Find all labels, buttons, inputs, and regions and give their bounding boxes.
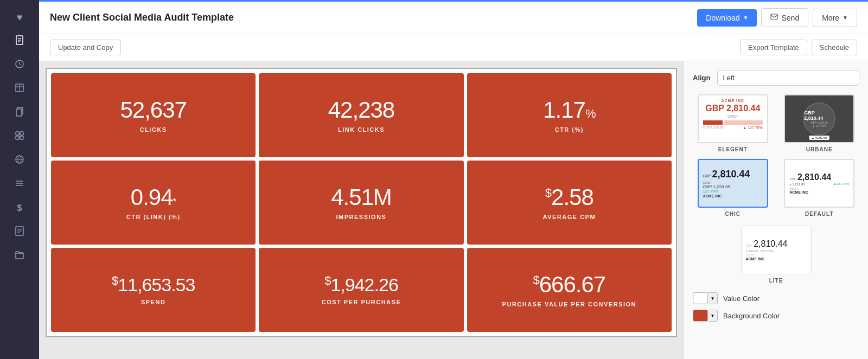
chic-currency: GBP — [703, 174, 711, 178]
right-panel: Align Left Center Right ACME INC GBP 2,8… — [684, 61, 868, 359]
chic-value: 2,810.44 — [712, 169, 750, 180]
doc-icon — [14, 226, 25, 239]
sidebar: ♥ — [0, 0, 39, 359]
page-title: New Client Social Media Audit Template — [50, 12, 234, 23]
send-button[interactable]: Send — [761, 8, 808, 27]
elegent-value: GBP 2,810.44 — [703, 104, 763, 113]
theme-name-elegent: ELEGENT — [718, 146, 748, 152]
metric-card-spend[interactable]: $11,653.53 SPEND — [51, 248, 256, 332]
canvas-area[interactable]: 52,637 CLICKS 42,238 LINK CLICKS 1.17% C… — [39, 61, 684, 359]
urbane-badge: ▲ ACME Inc — [809, 136, 829, 140]
elegent-pct: ▲ 127.76% — [743, 126, 763, 130]
value-color-dropdown[interactable]: ▼ — [708, 292, 718, 304]
metric-label-ctr: CTR (%) — [555, 126, 584, 133]
metric-label-purchase-value: PURCHASE VALUE PER CONVERSION — [502, 301, 636, 307]
sidebar-item-dollar[interactable]: $ — [9, 197, 30, 219]
theme-thumbnail-lite: GBP 2,810.44 1,233.95 127.76% COST ACME … — [741, 226, 812, 274]
sidebar-item-folder[interactable] — [9, 245, 30, 267]
metric-label-link-clicks: LINK CLICKS — [338, 126, 385, 133]
lite-value: 2,810.44 — [754, 239, 787, 249]
theme-urbane[interactable]: GBP 2,810.44 GBP 1,233.95 ▲ 12.776% ▲ AC… — [780, 94, 860, 152]
more-button[interactable]: More ▼ — [813, 9, 857, 27]
list-icon — [14, 178, 25, 191]
default-pct: ▲127.76% — [833, 182, 850, 186]
align-row: Align Left Center Right — [693, 70, 859, 86]
theme-elegent[interactable]: ACME INC GBP 2,810.44 COST GBP 1,233.95 … — [693, 94, 773, 152]
heart-icon: ♥ — [17, 12, 23, 23]
themes-single: GBP 2,810.44 1,233.95 127.76% COST ACME … — [693, 226, 859, 284]
background-color-dropdown[interactable]: ▼ — [708, 310, 718, 322]
metric-card-avg-cpm[interactable]: $2.58 AVERAGE CPM — [467, 161, 672, 245]
theme-name-default: DEFAULT — [805, 211, 833, 217]
theme-default[interactable]: GBP 2,810.44 ↙1,233.95 ▲127.76% COST ACM… — [780, 159, 860, 217]
schedule-label: Schedule — [820, 43, 849, 52]
elegent-bar — [703, 120, 763, 125]
metrics-grid: 52,637 CLICKS 42,238 LINK CLICKS 1.17% C… — [51, 73, 672, 332]
more-label: More — [822, 14, 839, 22]
theme-chic[interactable]: GBP 2,810.44 COST GBP 1,233.95 127.76% A… — [693, 159, 773, 217]
sidebar-item-doc[interactable] — [9, 221, 30, 243]
metric-card-ctr[interactable]: 1.17% CTR (%) — [467, 73, 672, 157]
svg-rect-14 — [16, 136, 19, 139]
background-color-swatch[interactable] — [693, 310, 708, 322]
update-copy-button[interactable]: Update and Copy — [50, 40, 121, 55]
dollar-icon: $ — [17, 203, 22, 213]
sidebar-item-file[interactable] — [9, 30, 30, 52]
file-new-icon — [14, 35, 25, 48]
export-template-button[interactable]: Export Template — [740, 40, 807, 55]
lite-sub2: 127.76% — [761, 249, 774, 253]
svg-line-6 — [20, 64, 21, 65]
default-sub1: ↙1,233.95 — [789, 182, 805, 186]
svg-rect-13 — [20, 132, 23, 135]
chic-sub1: GBP 1,233.95 — [703, 184, 763, 189]
sidebar-item-grid[interactable] — [9, 126, 30, 148]
theme-thumbnail-default: GBP 2,810.44 ↙1,233.95 ▲127.76% COST ACM… — [784, 159, 854, 208]
urbane-value: GBP 2,810.44 — [804, 110, 834, 121]
theme-lite[interactable]: GBP 2,810.44 1,233.95 127.76% COST ACME … — [741, 226, 812, 284]
lite-company: ACME INC — [746, 257, 807, 261]
chic-pct: 127.76% — [703, 189, 718, 193]
align-select[interactable]: Left Center Right — [717, 70, 860, 86]
background-color-label: Background Color — [723, 312, 780, 320]
theme-name-urbane: URBANE — [806, 146, 833, 152]
sidebar-item-copy[interactable] — [9, 102, 30, 124]
metric-card-link-clicks[interactable]: 42,238 LINK CLICKS — [259, 73, 463, 157]
svg-rect-12 — [16, 132, 19, 135]
background-color-picker[interactable]: ▼ — [693, 310, 718, 322]
metric-card-impressions[interactable]: 4.51M IMPRESSIONS — [259, 161, 463, 245]
update-copy-label: Update and Copy — [58, 43, 113, 52]
header: New Client Social Media Audit Template D… — [39, 2, 868, 34]
sidebar-item-list[interactable] — [9, 174, 30, 195]
metric-label-spend: SPEND — [141, 299, 165, 305]
svg-rect-26 — [771, 14, 777, 20]
canvas-inner: 52,637 CLICKS 42,238 LINK CLICKS 1.17% C… — [46, 68, 677, 337]
value-color-row: ▼ Value Color — [693, 292, 859, 304]
chic-company: ACME INC — [703, 194, 763, 198]
metric-value-ctr: 1.17% — [543, 98, 595, 123]
send-label: Send — [781, 14, 799, 22]
elegent-company: ACME INC — [703, 99, 763, 102]
themes-grid: ACME INC GBP 2,810.44 COST GBP 1,233.95 … — [693, 94, 859, 217]
export-template-label: Export Template — [748, 43, 799, 52]
sidebar-item-heart[interactable]: ♥ — [9, 7, 30, 28]
metric-card-cost-purchase[interactable]: $1,942.26 COST PER PURCHASE — [259, 248, 463, 332]
metric-card-purchase-value[interactable]: $666.67 PURCHASE VALUE PER CONVERSION — [467, 248, 672, 332]
main-content: New Client Social Media Audit Template D… — [39, 0, 868, 359]
download-chevron-icon: ▼ — [743, 15, 749, 21]
content-area: 52,637 CLICKS 42,238 LINK CLICKS 1.17% C… — [39, 61, 868, 359]
metric-card-clicks[interactable]: 52,637 CLICKS — [51, 73, 256, 157]
metric-value-link-clicks: 42,238 — [328, 98, 394, 123]
sidebar-item-globe[interactable] — [9, 150, 30, 171]
theme-thumbnail-elegent: ACME INC GBP 2,810.44 COST GBP 1,233.95 … — [698, 94, 768, 143]
download-button[interactable]: Download ▼ — [697, 9, 757, 27]
metric-value-spend: $11,653.53 — [112, 274, 195, 296]
metric-card-ctr-link[interactable]: 0.94* CTR (LINK) (%) — [51, 161, 256, 245]
value-color-swatch[interactable] — [693, 292, 708, 304]
value-color-picker[interactable]: ▼ — [693, 292, 718, 304]
metric-value-clicks: 52,637 — [120, 98, 186, 123]
sidebar-item-clock[interactable] — [9, 54, 30, 76]
elegent-cost: COST — [703, 114, 763, 118]
schedule-button[interactable]: Schedule — [812, 40, 857, 55]
sidebar-item-table[interactable] — [9, 78, 30, 100]
clock-icon — [14, 59, 25, 72]
